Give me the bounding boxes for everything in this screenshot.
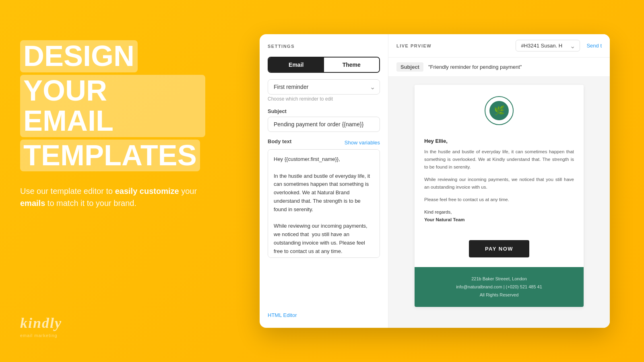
subject-label-badge: Subject	[396, 62, 423, 72]
subject-field-label: Subject	[268, 108, 380, 114]
brand-tagline: email marketing	[20, 333, 205, 338]
right-panel: SETTINGS Email Theme First reminder Seco…	[225, 0, 644, 362]
email-paragraph2: While reviewing our incoming payments, w…	[424, 176, 574, 191]
tab-switcher: Email Theme	[268, 57, 380, 73]
email-body-text: Hey Ellie, In the hustle and bustle of e…	[415, 132, 584, 234]
email-paragraph1: In the hustle and bustle of everyday lif…	[424, 148, 574, 171]
signature-line1: Kind regards,	[424, 208, 574, 216]
show-variables-link[interactable]: Show variables	[345, 140, 380, 146]
subtitle-bold1: easily customize	[115, 187, 179, 195]
email-footer: 221b Baker Streeet, London info@naturalb…	[415, 267, 584, 307]
body-textarea[interactable]: Hey {{customer.first_name}}, In the hust…	[268, 149, 380, 258]
preview-panel: LIVE PRVIEW #H3241 Susan. H Send t Subje…	[388, 34, 610, 328]
subject-field: Subject	[268, 108, 380, 132]
body-field-label: Body text	[268, 138, 291, 144]
title-line1: DESIGN	[20, 40, 138, 72]
body-field: Body text Show variables Hey {{customer.…	[268, 138, 380, 259]
title-line2: YOUR EMAIL	[20, 75, 205, 137]
email-signature: Kind regards, Your Natural Team	[424, 208, 574, 224]
body-text-header: Body text Show variables	[268, 138, 380, 147]
contact-select-wrapper[interactable]: #H3241 Susan. H	[516, 40, 580, 51]
email-greeting: Hey Ellie,	[424, 138, 574, 144]
brand-logo: kindly	[20, 315, 205, 331]
reminder-hint: Choose which reminder to edit	[268, 96, 380, 102]
signature-line2: Your Natural Team	[424, 217, 465, 222]
tab-theme[interactable]: Theme	[324, 58, 380, 72]
reminder-select[interactable]: First reminder Second reminder Third rem…	[268, 79, 380, 95]
preview-header: LIVE PRVIEW #H3241 Susan. H Send t	[388, 34, 610, 58]
leaf-icon: 🌿	[494, 105, 505, 116]
contact-selector[interactable]: #H3241 Susan. H	[516, 40, 580, 51]
pay-now-button[interactable]: PAY NOW	[469, 240, 529, 257]
email-card: 🌿 Hey Ellie, In the hustle and bustle of…	[415, 85, 584, 307]
html-editor-link[interactable]: HTML Editor	[268, 306, 380, 318]
subject-input[interactable]	[268, 117, 380, 132]
tab-email[interactable]: Email	[268, 58, 324, 72]
hero-text: DESIGN YOUR EMAIL TEMPLATES Use our temp…	[20, 40, 205, 209]
pay-btn-wrapper: PAY NOW	[415, 234, 584, 267]
footer-rights: All Rights Reserved	[421, 291, 577, 299]
send-link[interactable]: Send t	[586, 43, 602, 49]
settings-panel: SETTINGS Email Theme First reminder Seco…	[260, 34, 388, 328]
left-panel: DESIGN YOUR EMAIL TEMPLATES Use our temp…	[0, 0, 225, 362]
footer-address: 221b Baker Streeet, London	[421, 275, 577, 283]
brand-logo-inner: 🌿	[489, 101, 509, 120]
email-logo-section: 🌿	[415, 85, 584, 132]
preview-subject-value: "Friendly reminder for pending payment"	[428, 64, 522, 70]
subject-bar: Subject "Friendly reminder for pending p…	[388, 58, 610, 77]
email-preview-body: 🌿 Hey Ellie, In the hustle and bustle of…	[388, 77, 610, 328]
brand-logo-circle: 🌿	[485, 96, 514, 125]
title-line3: TEMPLATES	[20, 140, 200, 172]
main-card: SETTINGS Email Theme First reminder Seco…	[260, 34, 610, 328]
hero-subtitle: Use our template editor to easily custom…	[20, 185, 205, 209]
hero-title: DESIGN YOUR EMAIL TEMPLATES	[20, 40, 205, 174]
reminder-select-wrapper[interactable]: First reminder Second reminder Third rem…	[268, 79, 380, 95]
preview-title: LIVE PRVIEW	[396, 43, 509, 48]
settings-title: SETTINGS	[268, 44, 380, 49]
email-paragraph3: Please feel free to contact us at any ti…	[424, 196, 574, 204]
reminder-field: First reminder Second reminder Third rem…	[268, 79, 380, 102]
subtitle-bold2: emails	[20, 199, 45, 208]
footer-email-phone: info@naturalbrand.com | (+020) 521 485 4…	[421, 283, 577, 291]
brand-section: kindly email marketing	[20, 315, 205, 338]
